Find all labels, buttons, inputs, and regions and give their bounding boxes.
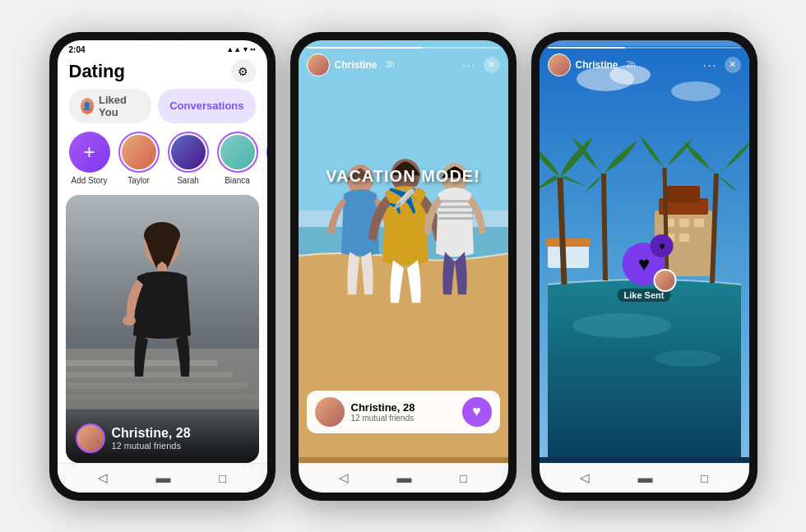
svg-rect-30 [679,234,689,242]
like-bubble-small: ♥ [651,234,674,257]
story-avatar-3 [548,53,571,76]
nav-home-3[interactable]: ▬ [637,470,652,487]
svg-rect-31 [548,243,589,268]
like-sent-overlay: ♥ ♥ Like Sent [618,243,671,302]
nav-back-1[interactable]: ◁ [98,470,108,485]
phone-1: 2:04 ▲▲ ▾ ▪▪ Dating ⚙ 👤 Liked You Conver… [49,32,276,501]
nav-recents-1[interactable]: □ [219,471,226,485]
nav-bar-3: ◁ ▬ □ [540,463,749,493]
stories-row: + Add Story Taylor Sarah Bianca [58,132,267,195]
more-options-3[interactable]: ··· [703,58,718,72]
svg-rect-28 [694,219,704,227]
footer-friends-2: 12 mutual friends [351,414,415,423]
nav-recents-2[interactable]: □ [460,471,467,485]
svg-point-33 [572,313,671,338]
svg-point-3 [123,316,136,326]
phone-notch-1 [137,32,187,40]
footer-text-2: Christine, 28 12 mutual friends [351,401,415,423]
bianca-avatar-img [220,135,255,169]
add-story-btn[interactable]: + [69,132,110,173]
story-header-3: Christine 2h ··· ✕ [548,53,741,76]
nav-recents-3[interactable]: □ [701,471,708,485]
story-view-3: ♥ ♥ Like Sent Christine 2h · [540,40,749,463]
svg-line-35 [560,178,564,285]
close-button-2[interactable]: ✕ [484,57,500,73]
story-progress-fill-2 [307,47,423,49]
add-story-label: Add Story [72,176,108,185]
profile-card[interactable]: Christine, 28 12 mutual friends [66,195,259,463]
story-view-2: Christine 3h ··· ✕ VACATION MODE! ✈️ Chr [299,40,508,463]
nav-home-2[interactable]: ▬ [396,470,411,487]
status-icons-1: ▲▲ ▾ ▪▪ [226,45,255,53]
profile-text: Christine, 28 12 mutual friends [112,426,191,451]
person-silhouette [109,220,215,418]
story-time-2: 3h [386,60,395,69]
story-footer-left-2: Christine, 28 12 mutual friends [315,397,415,427]
tab-conversations[interactable]: Conversations [158,89,255,123]
nav-bar-2: ◁ ▬ □ [299,463,508,493]
sarah-avatar-ring [168,132,209,173]
wifi-icon: ▾ [243,45,248,53]
airplane-icon: ✈️ [326,186,480,215]
page-title: Dating [69,61,125,82]
svg-rect-25 [667,186,700,202]
story-username-2: Christine [335,59,378,71]
story-progress-3 [548,47,741,49]
story-actions-3: ··· ✕ [703,57,741,73]
svg-point-34 [655,350,720,367]
nav-back-3[interactable]: ◁ [580,470,590,485]
phone-2: Christine 3h ··· ✕ VACATION MODE! ✈️ Chr [290,32,516,501]
phone-notch-3 [619,32,669,40]
svg-point-22 [671,81,720,101]
dating-header: Dating ⚙ [58,56,267,89]
svg-rect-27 [679,219,689,227]
vacation-text: VACATION MODE! ✈️ [326,167,480,215]
tab-avatar-img: 👤 [81,98,94,114]
phone-3: ♥ ♥ Like Sent Christine 2h · [531,32,757,501]
sarah-label: Sarah [177,176,199,185]
close-button-3[interactable]: ✕ [725,57,741,73]
story-avatar-2 [307,53,330,76]
sarah-avatar-img [171,135,206,169]
story-progress-fill-3 [548,47,625,49]
footer-avatar-2 [315,397,345,427]
story-user-info-3: Christine 2h [548,53,636,76]
like-bubble-container: ♥ ♥ [623,243,665,285]
phone-notch-2 [378,32,428,40]
profile-name-row: Christine, 28 12 mutual friends [76,423,249,453]
taylor-label: Taylor [127,176,150,185]
story-sp[interactable]: Sp... [266,132,267,185]
more-options-2[interactable]: ··· [462,58,477,72]
battery-icon: ▪▪ [250,45,255,53]
footer-name-2: Christine, 28 [351,401,415,414]
nav-bar-1: ◁ ▬ □ [58,463,267,493]
tab-liked-you[interactable]: 👤 Liked You [69,89,152,123]
story-username-3: Christine [576,59,618,71]
bianca-label: Bianca [225,176,250,185]
story-time-3: 2h [627,60,636,69]
like-button-2[interactable]: ♥ [462,397,492,427]
profile-mini-avatar [76,423,105,453]
story-taylor[interactable]: Taylor [118,132,160,185]
story-bianca[interactable]: Bianca [217,132,258,185]
time-1: 2:04 [69,45,86,54]
story-add[interactable]: + Add Story [69,132,110,185]
svg-rect-32 [546,238,591,247]
story-user-info-2: Christine 3h [307,53,395,76]
status-bar-1: 2:04 ▲▲ ▾ ▪▪ [58,40,267,56]
tab-liked-label: Liked You [99,94,140,118]
nav-home-1[interactable]: ▬ [155,470,170,487]
story-progress-2 [307,47,500,49]
svg-rect-18 [438,217,474,220]
tab-conversations-label: Conversations [169,99,243,112]
bianca-avatar-ring [217,132,258,173]
vacation-title: VACATION MODE! [326,167,480,185]
story-sarah[interactable]: Sarah [168,132,209,185]
tab-bar: 👤 Liked You Conversations [58,89,267,132]
nav-back-2[interactable]: ◁ [339,470,349,485]
sp-avatar-ring [266,132,267,173]
profile-name: Christine, 28 [112,426,191,441]
signal-icon: ▲▲ [226,45,241,53]
profile-mutual: 12 mutual friends [112,441,191,451]
settings-button[interactable]: ⚙ [231,59,256,84]
